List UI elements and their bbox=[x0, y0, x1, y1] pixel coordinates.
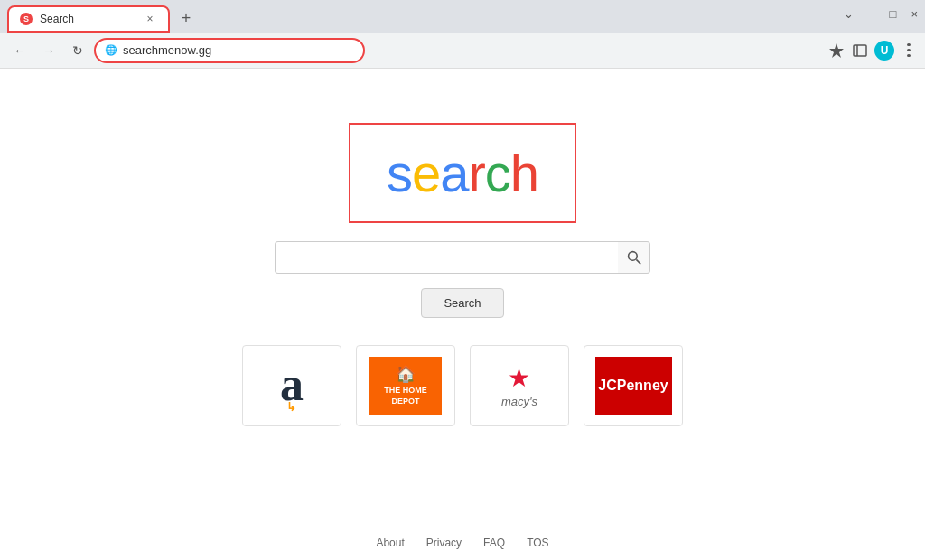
minimize-button[interactable]: − bbox=[868, 7, 875, 21]
shortcut-jcpenney[interactable]: JCPenney bbox=[584, 345, 683, 426]
shortcut-homedepot[interactable]: 🏠 THE HOMEDEPOT bbox=[356, 345, 455, 426]
extensions-icon[interactable] bbox=[827, 42, 846, 60]
sidebar-icon[interactable] bbox=[851, 42, 869, 60]
search-button[interactable]: Search bbox=[421, 288, 503, 318]
menu-dot bbox=[907, 49, 911, 51]
browser-window: S Search × + ⌄ − □ × ← → ↻ 🌐 searchmenow… bbox=[0, 0, 925, 560]
macys-star-icon: ★ bbox=[508, 363, 530, 393]
logo-box: search bbox=[349, 123, 576, 223]
user-avatar[interactable]: U bbox=[874, 41, 894, 61]
logo-letter-s: s bbox=[387, 144, 412, 202]
search-icon-button[interactable] bbox=[618, 241, 650, 274]
search-bar-wrapper bbox=[275, 241, 650, 274]
address-favicon-icon: 🌐 bbox=[105, 44, 117, 57]
nav-bar: ← → ↻ 🌐 searchmenow.gg U bbox=[0, 33, 925, 69]
logo-letter-e: e bbox=[412, 144, 440, 202]
page-content: search Search a ↳ bbox=[0, 69, 925, 560]
footer-tos[interactable]: TOS bbox=[527, 537, 548, 549]
tab-title: Search bbox=[40, 13, 135, 25]
browser-tab[interactable]: S Search × bbox=[7, 5, 170, 33]
logo-letter-h: h bbox=[510, 144, 538, 202]
macys-text: macy's bbox=[501, 395, 537, 408]
logo-letter-r: r bbox=[468, 144, 484, 202]
window-controls: ⌄ − □ × bbox=[844, 7, 918, 21]
shortcuts-row: a ↳ 🏠 THE HOMEDEPOT ★ macy's bbox=[242, 345, 683, 426]
svg-line-3 bbox=[636, 259, 640, 264]
forward-button[interactable]: → bbox=[36, 38, 61, 63]
footer-faq[interactable]: FAQ bbox=[483, 537, 505, 549]
chevron-icon[interactable]: ⌄ bbox=[844, 7, 854, 21]
footer-about[interactable]: About bbox=[376, 537, 404, 549]
tab-close-button[interactable]: × bbox=[143, 12, 157, 26]
svg-rect-0 bbox=[854, 45, 866, 56]
shortcut-macys[interactable]: ★ macy's bbox=[470, 345, 569, 426]
homedepot-text: THE HOMEDEPOT bbox=[384, 386, 427, 406]
footer-privacy[interactable]: Privacy bbox=[426, 537, 462, 549]
new-tab-button[interactable]: + bbox=[173, 5, 199, 31]
site-logo: search bbox=[387, 143, 538, 203]
logo-letter-c: c bbox=[485, 144, 510, 202]
shortcut-amazon[interactable]: a ↳ bbox=[242, 345, 341, 426]
jcpenney-logo: JCPenney bbox=[595, 357, 672, 415]
search-input[interactable] bbox=[275, 241, 618, 274]
amazon-logo: a ↳ bbox=[280, 358, 304, 415]
address-bar[interactable]: 🌐 searchmenow.gg bbox=[94, 38, 365, 63]
menu-dot bbox=[907, 43, 911, 46]
svg-point-2 bbox=[628, 252, 637, 261]
homedepot-icon: 🏠 bbox=[396, 364, 416, 384]
logo-letter-a: a bbox=[440, 144, 468, 202]
footer: About Privacy FAQ TOS bbox=[376, 526, 548, 560]
url-text: searchmenow.gg bbox=[123, 43, 354, 57]
nav-right-controls: U bbox=[827, 41, 918, 61]
maximize-button[interactable]: □ bbox=[890, 7, 897, 21]
close-button[interactable]: × bbox=[911, 7, 918, 21]
menu-dot bbox=[907, 54, 911, 57]
reload-button[interactable]: ↻ bbox=[65, 38, 90, 63]
homedepot-logo: 🏠 THE HOMEDEPOT bbox=[369, 357, 442, 415]
tab-favicon: S bbox=[20, 13, 33, 25]
jcpenney-text: JCPenney bbox=[598, 378, 668, 394]
back-button[interactable]: ← bbox=[7, 38, 33, 63]
menu-button[interactable] bbox=[900, 42, 918, 60]
macys-logo: ★ macy's bbox=[501, 363, 537, 408]
